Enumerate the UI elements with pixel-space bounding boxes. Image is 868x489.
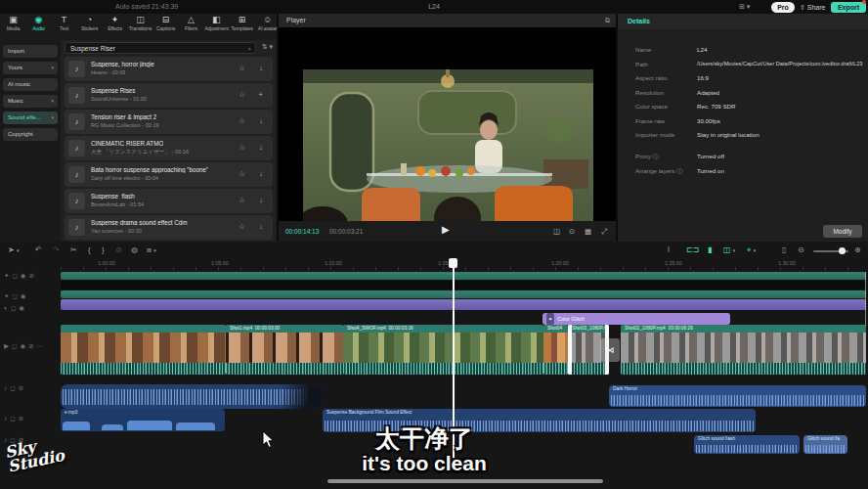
sidebar-item-music[interactable]: Music▾ xyxy=(3,95,58,108)
download-icon[interactable]: ↓ xyxy=(259,143,263,152)
layout-icon[interactable]: ⊞ ▾ xyxy=(739,3,750,11)
favorite-star-icon[interactable]: ☆ xyxy=(239,90,245,99)
adjustment-track-clip[interactable] xyxy=(61,299,866,310)
video-clip-shot1[interactable]: Shot1.mp4 00:00:03:00 xyxy=(226,325,343,375)
player-panel: Player ⧉ xyxy=(279,14,616,242)
tab-filters[interactable]: △Filters xyxy=(179,15,203,39)
download-icon[interactable]: ↓ xyxy=(259,116,263,125)
video-clip-shot04[interactable]: Shot04 xyxy=(543,325,568,375)
audio-result-card[interactable]: ♪ Bata horror suspense approaching "boon… xyxy=(65,162,273,187)
preview-axis-toggle[interactable]: ⌖ ▾ xyxy=(747,245,756,255)
timeline-horizontal-scrollbar[interactable] xyxy=(327,479,603,483)
video-clip-shot4[interactable]: Shot4_SWOF.mp4 00:00:03:16 xyxy=(343,325,543,375)
download-icon[interactable]: ↓ xyxy=(259,169,263,178)
track-header-effect[interactable]: ✦◻◉⊘ xyxy=(4,272,59,280)
favorite-star-icon[interactable]: ☆ xyxy=(239,64,245,72)
pro-button[interactable]: Pro xyxy=(771,2,795,13)
audio-result-card[interactable]: ♪ Tension riser & impact 2 RG Music Coll… xyxy=(65,110,273,134)
tab-audio[interactable]: ◉Audio xyxy=(26,15,51,39)
clear-search-icon[interactable]: × xyxy=(247,43,251,55)
sidebar-item-import[interactable]: Import xyxy=(3,45,58,58)
download-icon[interactable]: ↓ xyxy=(259,64,263,72)
effect-track-clip[interactable] xyxy=(61,272,866,280)
fullscreen-icon[interactable]: ⤢ xyxy=(601,227,607,237)
tab-adjustment[interactable]: ◧Adjustment xyxy=(204,15,229,39)
tab-captions[interactable]: ⊟Captions xyxy=(153,15,178,39)
timeline-ruler[interactable]: 1:00:00 1:05:00 1:10:00 1:15:00 1:20:00 … xyxy=(61,259,868,270)
transition-marker[interactable]: ⋈ xyxy=(600,338,620,362)
mirror-preview-icon[interactable]: ◫ xyxy=(553,227,560,236)
video-clip-shot02[interactable]: Shot02_1080P.mp4 00:00:06:26 xyxy=(621,325,866,375)
redo-icon[interactable]: ↷ xyxy=(53,245,60,254)
favorite-star-icon[interactable]: ☆ xyxy=(239,169,245,178)
download-icon[interactable]: ↓ xyxy=(259,222,263,231)
zoom-out-icon[interactable]: ⊖ xyxy=(798,245,804,254)
video-clip[interactable] xyxy=(61,325,226,375)
audio-result-card[interactable]: ♪ Suspense, horror jingle Hearst - 00:09… xyxy=(65,57,273,81)
favorite-star-icon[interactable]: ☆ xyxy=(239,196,245,204)
export-button[interactable]: Export xyxy=(831,2,866,13)
play-button[interactable]: ▶ xyxy=(442,224,450,235)
music-note-icon: ♪ xyxy=(68,61,85,77)
tab-transitions[interactable]: ◫Transitions xyxy=(128,15,152,39)
search-input[interactable]: Suspense Riser× xyxy=(65,42,256,54)
tab-stickers[interactable]: ◔Stickers xyxy=(77,15,102,39)
tab-media[interactable]: ▣Media xyxy=(1,15,25,39)
audio-result-card[interactable]: ♪ CINEMATIC RISER ATMO 大全 「リズンスチリエイザー」 -… xyxy=(65,136,273,160)
track-header-effect[interactable]: ✦◻◉ xyxy=(4,292,59,300)
detach-player-icon[interactable]: ⧉ xyxy=(605,14,610,27)
effect-track-clip[interactable] xyxy=(61,290,866,298)
filter-sort-icon[interactable]: ⇅ ▾ xyxy=(262,43,273,51)
audio-clip[interactable] xyxy=(61,384,323,409)
mute-icon: ⊘ xyxy=(29,272,37,279)
download-icon[interactable]: ↓ xyxy=(259,196,263,204)
audio-result-card[interactable]: ♪ Suspense_flash BrownArtsLab - 01:54 ☆ … xyxy=(65,189,273,213)
ratio-grid-icon[interactable]: ▦ xyxy=(585,227,591,236)
undo-icon[interactable]: ↶ xyxy=(35,245,42,254)
share-button[interactable]: ⇧ Share xyxy=(800,2,826,13)
tab-templates[interactable]: ⊞Templates xyxy=(230,15,254,39)
add-icon[interactable]: + xyxy=(259,90,263,99)
sidebar-item-ai-music[interactable]: AI music xyxy=(3,78,58,91)
tab-effects[interactable]: ✦Effects xyxy=(103,15,127,39)
magnetic-toggle[interactable]: ▮ xyxy=(708,245,712,254)
favorite-star-icon[interactable]: ☆ xyxy=(239,116,245,125)
audio-result-card[interactable]: ♪ Suspense drama sound effect Cdm Yan sc… xyxy=(65,215,273,240)
timeline-zoom-slider[interactable] xyxy=(813,250,848,252)
color-glitch-effect-clip[interactable]: ✦Color Glitch xyxy=(542,313,730,325)
audio-clip-dark-horror[interactable]: Dark Horror xyxy=(609,385,866,407)
lock-icon: ◻ xyxy=(10,384,18,391)
linking-toggle[interactable]: ◫ ▾ xyxy=(723,245,735,254)
playhead-handle[interactable] xyxy=(449,258,457,268)
snapshot-icon[interactable]: ⊙ xyxy=(569,227,575,236)
trim-left-icon[interactable]: { xyxy=(88,245,91,254)
zoom-in-icon[interactable]: ⊕ xyxy=(854,245,861,254)
track-header-video[interactable]: ▶◻◉⊘⋯ xyxy=(4,342,59,350)
audio-mixer-icon[interactable]: ⌇ xyxy=(667,245,671,254)
tab-ai-avatar[interactable]: ☺AI avatar xyxy=(255,15,280,39)
eye-icon: ◉ xyxy=(19,304,27,311)
select-cursor-tool[interactable]: ➤ ▾ xyxy=(8,245,19,254)
sidebar-item-sound-effects[interactable]: Sound effe...▾ xyxy=(3,111,58,124)
mask-icon[interactable]: ◍ xyxy=(131,245,138,254)
split-icon[interactable]: ✂ xyxy=(70,245,77,254)
mirror-to-phone-icon[interactable]: ▯ xyxy=(782,245,786,254)
modify-button[interactable]: Modify xyxy=(823,225,862,238)
sidebar-item-yours[interactable]: Yours▾ xyxy=(3,62,58,74)
track-header-audio[interactable]: ♪◻⊘ xyxy=(4,415,59,422)
auto-ripple-toggle[interactable]: ⊏⊐ xyxy=(686,245,699,254)
zoom-slider-knob[interactable] xyxy=(839,247,846,254)
tab-text[interactable]: TText xyxy=(52,15,76,39)
track-header-audio[interactable]: ♪◻⊘ xyxy=(4,384,59,392)
templates-icon: ⊞ xyxy=(230,15,254,25)
favorite-star-icon[interactable]: ☆ xyxy=(239,222,245,231)
audio-result-card[interactable]: ♪ Suspense Rises SoundUniverse - 01:00 ☆… xyxy=(65,83,273,108)
trim-right-icon[interactable]: } xyxy=(102,245,105,254)
favorite-star-icon[interactable]: ☆ xyxy=(239,143,245,152)
video-stage[interactable] xyxy=(279,27,616,221)
delete-icon[interactable]: ⊘ xyxy=(115,245,122,254)
sidebar-item-copyright[interactable]: Copyright xyxy=(3,128,58,141)
collapsed-track[interactable] xyxy=(61,281,866,289)
track-header-adjustment[interactable]: ◐◻◉ xyxy=(4,304,59,312)
crop-icon[interactable]: ⧈ ▾ xyxy=(147,245,156,255)
